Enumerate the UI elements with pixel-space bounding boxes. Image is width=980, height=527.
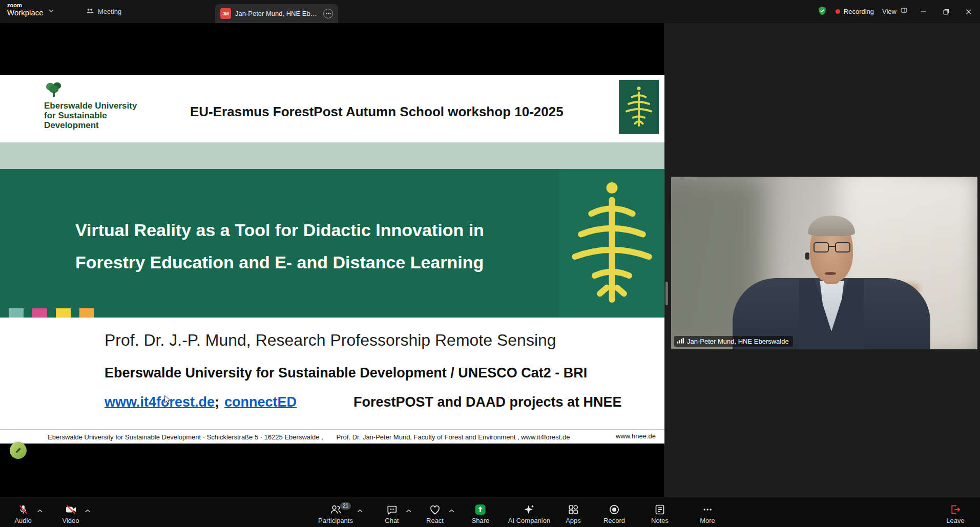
hnee-logo-square [619, 80, 659, 134]
slide-header-band: Eberswalde University for Sustainable De… [0, 75, 664, 142]
chat-button[interactable]: Chat [385, 497, 399, 527]
link-separator: ; [215, 394, 219, 410]
link-connected[interactable]: connectED [224, 394, 297, 410]
react-options-chevron[interactable] [449, 505, 454, 515]
video-panel: Jan-Peter Mund, HNE Eberswalde [664, 23, 980, 497]
record-icon [608, 503, 620, 516]
hnee-tree-large-icon [567, 179, 657, 308]
recording-indicator[interactable]: Recording [836, 8, 874, 15]
view-label: View [882, 8, 896, 15]
minimize-icon [921, 9, 927, 15]
slide-info-panel: Prof. Dr. J.-P. Mund, Research Professor… [0, 318, 664, 444]
person-earpiece [805, 252, 809, 260]
shared-screen-area: Eberswalde University for Sustainable De… [0, 23, 664, 497]
video-button[interactable]: Video [62, 497, 79, 527]
view-button[interactable]: View [882, 7, 908, 16]
close-button[interactable] [962, 0, 976, 23]
person-mouth [825, 272, 836, 275]
close-icon [966, 9, 972, 15]
slide-title-panel: Virtual Reality as a Tool for Didactic I… [0, 169, 664, 318]
ai-sparkle-icon [523, 503, 535, 516]
ai-companion-button[interactable]: AI Companion [508, 497, 550, 527]
annotation-pencil-button[interactable] [10, 442, 27, 459]
video-tile-jan-peter-mund[interactable]: Jan-Peter Mund, HNE Eberswalde [671, 177, 977, 349]
zoom-logo-text: zoom [7, 2, 44, 8]
audio-options-chevron[interactable] [37, 505, 43, 515]
audio-button[interactable]: Audio [14, 497, 31, 527]
chat-icon [386, 503, 398, 516]
panel-resize-handle[interactable] [665, 282, 668, 305]
share-button[interactable]: Share [472, 497, 490, 527]
link-it4forest[interactable]: www.it4forest.de [105, 394, 215, 410]
pencil-icon [14, 447, 22, 454]
minimize-button[interactable] [916, 0, 931, 23]
apps-icon [567, 503, 579, 516]
participants-options-chevron[interactable] [357, 505, 363, 515]
slide-main-title: Virtual Reality as a Tool for Didactic I… [75, 214, 484, 279]
avatar: JM [220, 8, 231, 19]
record-button[interactable]: Record [603, 497, 625, 527]
slide-sage-band [0, 142, 664, 169]
apps-button[interactable]: Apps [566, 497, 581, 527]
tab-options-button[interactable] [323, 9, 333, 18]
share-screen-icon [474, 503, 487, 516]
links-line: www.it4forest.de;connectED [105, 394, 297, 410]
slide-footer-left: Eberswalde University for Sustainable De… [48, 433, 570, 441]
affiliation-line: Eberswalde University for Sustainable De… [105, 365, 587, 381]
more-ellipsis-icon [701, 503, 714, 516]
footer-divider [0, 429, 664, 430]
meeting-tab-label: Meeting [98, 8, 121, 15]
participant-name-tag: Jan-Peter Mund, HNE Eberswalde [674, 336, 793, 347]
restore-button[interactable] [939, 0, 953, 23]
slide-footer-right: www.hnee.de [616, 432, 656, 440]
mouse-cursor [164, 395, 172, 406]
audio-level-icon [677, 338, 684, 345]
heart-icon [429, 503, 441, 516]
chat-options-chevron[interactable] [406, 505, 411, 515]
slide-title-line1: Virtual Reality as a Tool for Didactic I… [75, 214, 484, 246]
tab-meeting[interactable]: Meeting [86, 0, 121, 23]
video-options-chevron[interactable] [85, 505, 90, 515]
restore-icon [943, 9, 949, 15]
university-logo: Eberswalde University for Sustainable De… [44, 81, 137, 130]
university-tree-icon [44, 81, 64, 97]
workplace-logo-text: Workplace [7, 8, 44, 17]
chevron-down-icon [49, 5, 54, 14]
notes-icon [654, 503, 666, 516]
participants-count-badge: 21 [340, 502, 351, 510]
hnee-tree-icon [624, 85, 653, 130]
university-name-line1: Eberswalde University [44, 101, 137, 111]
notes-button[interactable]: Notes [651, 497, 669, 527]
slide-title-line2: Forestry Education and E- and Distance L… [75, 246, 484, 279]
projects-text: ForestPOST and DAAD projects at HNEE [353, 394, 622, 410]
meeting-toolbar: Audio Video Participants 21 Chat React [0, 497, 980, 527]
leave-icon [949, 503, 962, 516]
university-name-line3: Development [44, 120, 137, 130]
participant-name: Jan-Peter Mund, HNE Eberswalde [687, 338, 789, 345]
more-button[interactable]: More [700, 497, 715, 527]
university-name-line2: for Sustainable [44, 111, 137, 120]
window-titlebar: zoom Workplace Meeting JM Jan-Peter Mund… [0, 0, 980, 23]
meeting-people-icon [86, 7, 94, 16]
camera-off-icon [65, 503, 77, 516]
security-shield-icon[interactable] [817, 6, 827, 18]
recording-dot-icon [836, 9, 840, 14]
react-button[interactable]: React [426, 497, 444, 527]
slide-header-title: EU-Erasmus ForestPost Autumn School work… [190, 104, 564, 120]
participants-button[interactable]: Participants 21 [318, 497, 353, 527]
view-layout-icon [900, 7, 908, 16]
active-tab-label: Jan-Peter Mund, HNE Eberswalde [235, 10, 319, 17]
tab-active-meeting[interactable]: JM Jan-Peter Mund, HNE Eberswalde [215, 4, 338, 23]
person-glasses [814, 242, 850, 254]
recording-label: Recording [844, 8, 874, 15]
presenter-line: Prof. Dr. J.-P. Mund, Research Professor… [105, 331, 556, 350]
slide-logo-panel [559, 169, 664, 318]
zoom-workplace-menu[interactable]: zoom Workplace [7, 2, 54, 17]
leave-button[interactable]: Leave [946, 497, 964, 527]
mic-muted-icon [17, 503, 29, 516]
